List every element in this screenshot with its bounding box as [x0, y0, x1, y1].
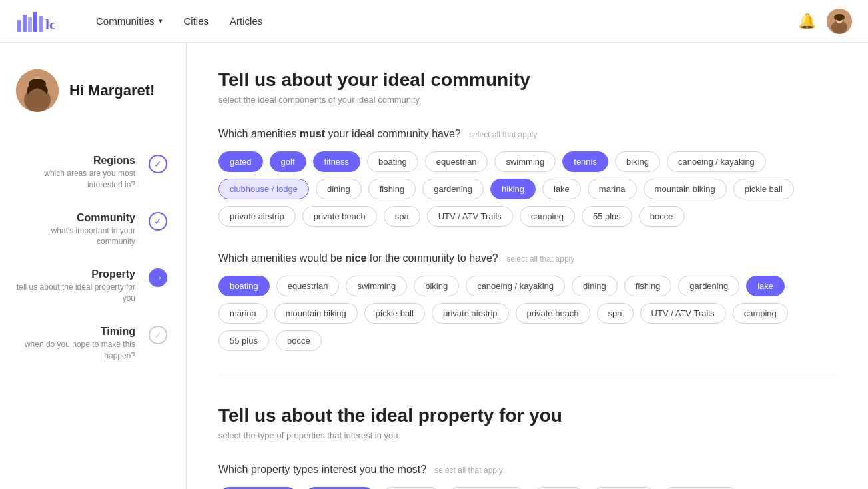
nav-links: Communities ▾ Cities Articles [96, 15, 798, 27]
step-icon-community: ✓ [146, 212, 170, 231]
svg-rect-4 [39, 16, 43, 32]
tag-mountain-biking[interactable]: mountain biking [274, 303, 358, 324]
nav-right: 🔔 [798, 9, 852, 34]
community-section-subtitle: select the ideal components of your idea… [218, 95, 836, 105]
tag-private-airstrip[interactable]: private airstrip [218, 206, 296, 227]
tag-fitness[interactable]: fitness [313, 151, 361, 172]
tag-camping[interactable]: camping [733, 303, 788, 324]
tag-boating[interactable]: boating [367, 151, 418, 172]
tag-canoeing---kayaking[interactable]: canoeing / kayaking [466, 276, 565, 296]
tag-swimming[interactable]: swimming [494, 151, 556, 172]
property-section-subtitle: select the type of properties that inter… [218, 430, 836, 440]
sidebar: Hi Margaret! Regions which areas are you… [0, 43, 187, 489]
tag-pickle-ball[interactable]: pickle ball [733, 179, 794, 199]
tag-fishing[interactable]: fishing [624, 276, 672, 296]
tag-private-beach[interactable]: private beach [302, 206, 377, 227]
must-have-block: Which amenities must your ideal communit… [218, 126, 836, 227]
user-avatar-nav[interactable] [827, 9, 852, 34]
tag-bocce[interactable]: bocce [639, 206, 685, 227]
chevron-down-icon: ▾ [159, 17, 163, 25]
tag-private-airstrip[interactable]: private airstrip [432, 303, 509, 324]
must-have-hint: select all that apply [469, 130, 537, 139]
step-circle-done-icon: ✓ [149, 155, 167, 173]
sidebar-greeting: Hi Margaret! [69, 82, 155, 99]
property-types-block: Which property types interest you the mo… [218, 462, 836, 489]
property-section: Tell us about the ideal property for you… [218, 405, 836, 489]
sidebar-user: Hi Margaret! [16, 69, 170, 112]
step-content-community: Community what's important in your commu… [16, 212, 146, 248]
tag-gated[interactable]: gated [218, 151, 263, 172]
tag-equestrian[interactable]: equestrian [425, 151, 488, 172]
tag-mountain-biking[interactable]: mountain biking [644, 179, 727, 199]
step-circle-pending-icon: ✓ [149, 326, 167, 344]
tag-55-plus[interactable]: 55 plus [218, 330, 269, 351]
community-section-title: Tell us about your ideal community [218, 69, 836, 91]
svg-rect-2 [28, 17, 32, 32]
step-content-timing: Timing when do you hope to make this hap… [16, 326, 146, 362]
tag-clubhouse---lodge[interactable]: clubhouse / lodge [218, 179, 309, 199]
main-layout: Hi Margaret! Regions which areas are you… [0, 43, 868, 489]
property-section-title: Tell us about the ideal property for you [218, 405, 836, 426]
tag-boating[interactable]: boating [218, 276, 270, 296]
sidebar-steps: Regions which areas are you most interes… [16, 144, 170, 372]
must-bold: must [300, 128, 325, 139]
tag-tennis[interactable]: tennis [562, 151, 608, 172]
sidebar-avatar [16, 69, 59, 112]
tag-biking[interactable]: biking [414, 276, 459, 296]
avatar-image-sidebar [16, 69, 59, 112]
svg-point-10 [834, 14, 845, 21]
tag-marina[interactable]: marina [218, 303, 268, 324]
step-icon-property: → [146, 268, 170, 287]
step-circle-active-icon: → [149, 268, 167, 287]
tag-gardening[interactable]: gardening [422, 179, 484, 199]
tag-55-plus[interactable]: 55 plus [582, 206, 632, 227]
communities-nav-link[interactable]: Communities ▾ [96, 15, 163, 27]
tag-lake[interactable]: lake [746, 276, 785, 296]
step-icon-timing: ✓ [146, 326, 170, 344]
tag-spa[interactable]: spa [384, 206, 420, 227]
property-types-question: Which property types interest you the mo… [218, 462, 836, 478]
tag-spa[interactable]: spa [597, 303, 634, 324]
section-divider [218, 378, 836, 378]
property-types-hint: select all that apply [435, 466, 503, 475]
community-section: Tell us about your ideal community selec… [218, 69, 836, 351]
logo[interactable]: lc [16, 8, 69, 35]
svg-rect-0 [17, 20, 21, 32]
tag-private-beach[interactable]: private beach [516, 303, 590, 324]
tag-biking[interactable]: biking [615, 151, 660, 172]
nice-have-question: Which amenities would be nice for the co… [218, 250, 836, 266]
cities-nav-link[interactable]: Cities [184, 15, 209, 27]
tag-golf[interactable]: golf [270, 151, 306, 172]
tag-marina[interactable]: marina [588, 179, 637, 199]
must-have-question: Which amenities must your ideal communit… [218, 126, 836, 142]
sidebar-step-regions[interactable]: Regions which areas are you most interes… [16, 144, 170, 201]
tag-bocce[interactable]: bocce [276, 330, 322, 351]
sidebar-step-timing[interactable]: Timing when do you hope to make this hap… [16, 315, 170, 372]
tag-fishing[interactable]: fishing [368, 179, 416, 199]
tag-swimming[interactable]: swimming [346, 276, 407, 296]
sidebar-step-property[interactable]: Property tell us about the ideal propert… [16, 258, 170, 315]
svg-rect-1 [23, 15, 27, 32]
nice-bold: nice [345, 252, 366, 264]
tag-dining[interactable]: dining [572, 276, 618, 296]
articles-nav-link[interactable]: Articles [230, 15, 262, 27]
tag-pickle-ball[interactable]: pickle ball [364, 303, 425, 324]
tag-utv---atv-trails[interactable]: UTV / ATV Trails [427, 206, 513, 227]
tag-camping[interactable]: camping [520, 206, 575, 227]
step-circle-done-icon: ✓ [149, 212, 167, 231]
step-content-regions: Regions which areas are you most interes… [16, 155, 146, 191]
tag-hiking[interactable]: hiking [490, 179, 536, 199]
navbar: lc Communities ▾ Cities Articles 🔔 [0, 0, 868, 43]
nice-have-tags: boatingequestrianswimmingbikingcanoeing … [218, 276, 836, 351]
tag-equestrian[interactable]: equestrian [276, 276, 340, 296]
tag-dining[interactable]: dining [316, 179, 362, 199]
tag-lake[interactable]: lake [542, 179, 581, 199]
tag-gardening[interactable]: gardening [678, 276, 739, 296]
must-have-tags: gatedgolffitnessboatingequestrianswimmin… [218, 151, 836, 227]
tag-canoeing---kayaking[interactable]: canoeing / kayaking [667, 151, 766, 172]
svg-text:lc: lc [45, 16, 56, 33]
nice-have-hint: select all that apply [506, 254, 574, 264]
tag-utv---atv-trails[interactable]: UTV / ATV Trails [640, 303, 726, 324]
notification-bell-icon[interactable]: 🔔 [798, 13, 816, 30]
sidebar-step-community[interactable]: Community what's important in your commu… [16, 201, 170, 258]
